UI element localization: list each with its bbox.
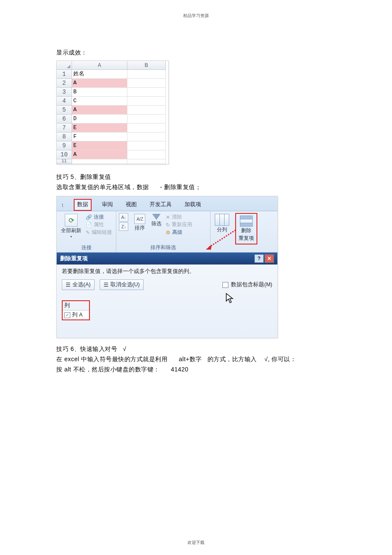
data-has-header-checkbox[interactable]: 数据包含标题(M) xyxy=(222,281,272,288)
unselect-all-button[interactable]: ☰ 取消全选(U) xyxy=(100,279,144,290)
xl-cell xyxy=(127,106,166,115)
xl-cell: D xyxy=(72,115,127,124)
ribbon-screenshot: t 数据 审阅 视图 开发工具 加载项 ⟳ 全部刷新 ▾ 🔗连接 📄属性 xyxy=(56,196,278,338)
page-header: 精品学习资源 xyxy=(0,13,392,19)
xl-cell xyxy=(127,150,166,159)
xl-row-header: 2 xyxy=(57,79,72,88)
xl-row-header: 3 xyxy=(57,88,72,97)
xl-cell xyxy=(127,141,166,150)
page-footer: 欢迎下载 xyxy=(0,540,392,546)
cursor-icon xyxy=(225,293,235,304)
tip5-body-prefix: 选取含重复值的单元格区域，数据 xyxy=(56,184,149,190)
xl-cell xyxy=(127,70,166,79)
xl-cell: C xyxy=(72,97,127,106)
group-connections-label: 连接 xyxy=(59,244,113,251)
xl-cell xyxy=(127,97,166,106)
tip6-title: 技巧 6、快速输入对号 √ xyxy=(56,344,337,354)
intro-text: 显示成效： xyxy=(56,48,337,57)
sort-button[interactable]: A/Z 排序 xyxy=(133,213,147,233)
list-icon: ☰ xyxy=(104,282,109,288)
help-button[interactable]: ? xyxy=(254,254,264,263)
xl-cell xyxy=(127,159,166,164)
xl-col-header: A xyxy=(72,61,127,70)
tip6-line3: 按 alt 不松，然后按小键盘的数字键： 41420 xyxy=(56,365,337,374)
xl-row-header: 5 xyxy=(57,106,72,115)
tip6-line2: 在 excel 中输入符号最快的方式就是利用 alt+数字 的方式，比方输入 √… xyxy=(56,354,337,364)
xl-cell xyxy=(127,132,166,141)
excel-result-table: AB1姓名2A3B4C5A6D7E8F9E10A11 xyxy=(56,60,169,164)
list-icon: ☰ xyxy=(66,282,71,288)
dialog-titlebar: 删除重复项 ? ✕ xyxy=(57,253,277,265)
checkbox-checked-icon: ✓ xyxy=(64,312,70,318)
xl-cell xyxy=(127,124,166,132)
close-button[interactable]: ✕ xyxy=(265,254,274,263)
clear-filter[interactable]: ✕清除 xyxy=(166,213,192,221)
properties-link[interactable]: 📄属性 xyxy=(86,221,112,228)
xl-row-header: 4 xyxy=(57,97,72,106)
funnel-icon xyxy=(152,214,161,220)
xl-row-header: 8 xyxy=(57,132,72,141)
column-select-header: 列 xyxy=(63,301,89,311)
tip5-title: 技巧 5、删除重复值 xyxy=(56,172,337,181)
reapply-filter[interactable]: ↻重新应用 xyxy=(166,221,192,228)
xl-cell xyxy=(127,88,166,97)
sort-desc-button[interactable]: Z↓ xyxy=(119,222,128,231)
xl-cell: B xyxy=(72,88,127,97)
xl-corner xyxy=(57,61,72,70)
tab-dev[interactable]: 开发工具 xyxy=(147,199,174,211)
xl-cell xyxy=(127,79,166,88)
dialog-desc: 若要删除重复值，请选择一个或多个包含重复值的列。 xyxy=(62,268,272,275)
tab-review[interactable]: 审阅 xyxy=(99,199,115,211)
refresh-all-button[interactable]: ⟳ 全部刷新 ▾ xyxy=(59,213,83,239)
select-all-button[interactable]: ☰ 全选(A) xyxy=(62,279,95,290)
tab-data[interactable]: 数据 xyxy=(74,199,92,211)
column-entry[interactable]: ✓ 列 A xyxy=(63,311,89,319)
xl-col-header: B xyxy=(127,61,166,70)
tip5-body-suffix: - 删除重复值； xyxy=(160,184,202,190)
xl-cell: A xyxy=(72,150,127,159)
tip5-body: 选取含重复值的单元格区域，数据 - 删除重复值； xyxy=(56,182,337,192)
xl-cell: E xyxy=(72,141,127,150)
xl-row-header: 6 xyxy=(57,115,72,124)
edit-links-link[interactable]: ✎编辑链接 xyxy=(86,229,112,236)
dialog-body: 若要删除重复值，请选择一个或多个包含重复值的列。 ☰ 全选(A) ☰ 取消全选(… xyxy=(57,265,277,338)
xl-row-header: 11 xyxy=(57,159,72,164)
ribbon-tabs: t 数据 审阅 视图 开发工具 加载项 xyxy=(57,196,277,211)
filter-button[interactable]: 筛选 xyxy=(150,213,163,228)
checkbox-icon xyxy=(222,282,228,288)
xl-cell: A xyxy=(72,106,127,115)
column-select-box: 列 ✓ 列 A xyxy=(62,300,90,320)
svg-line-0 xyxy=(209,230,236,247)
red-arrow-icon xyxy=(205,228,239,250)
xl-cell: F xyxy=(72,132,127,141)
connections-link[interactable]: 🔗连接 xyxy=(86,213,112,221)
ribbon-body: ⟳ 全部刷新 ▾ 🔗连接 📄属性 ✎编辑链接 连接 A↓ xyxy=(57,211,277,253)
xl-cell: A xyxy=(72,79,127,88)
tab-view[interactable]: 视图 xyxy=(123,199,139,211)
refresh-all-label: 全部刷新 xyxy=(61,227,81,234)
dialog-title: 删除重复项 xyxy=(60,255,88,262)
xl-row-header: 10 xyxy=(57,150,72,159)
xl-row-header: 1 xyxy=(57,70,72,79)
advanced-filter[interactable]: ⚙高级 xyxy=(166,229,192,236)
xl-cell xyxy=(72,159,127,164)
xl-row-header: 7 xyxy=(57,124,72,132)
xl-cell xyxy=(127,115,166,124)
sort-asc-button[interactable]: A↓ xyxy=(119,213,128,221)
xl-cell: 姓名 xyxy=(72,70,127,79)
xl-row-header: 9 xyxy=(57,141,72,150)
group-sortfilter-label: 排序和筛选 xyxy=(119,244,208,251)
tab-addin[interactable]: 加载项 xyxy=(182,199,204,211)
xl-cell: E xyxy=(72,124,127,132)
